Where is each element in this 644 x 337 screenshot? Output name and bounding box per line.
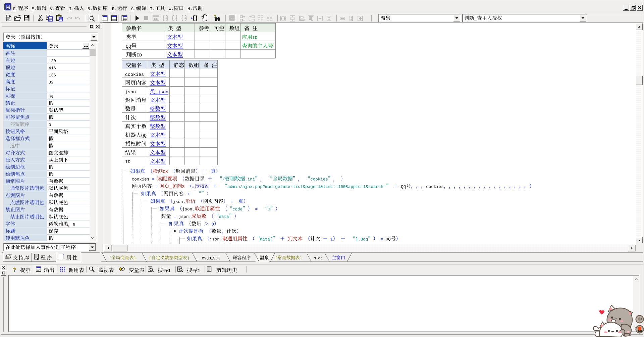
svg-text:?: ? xyxy=(13,267,16,273)
